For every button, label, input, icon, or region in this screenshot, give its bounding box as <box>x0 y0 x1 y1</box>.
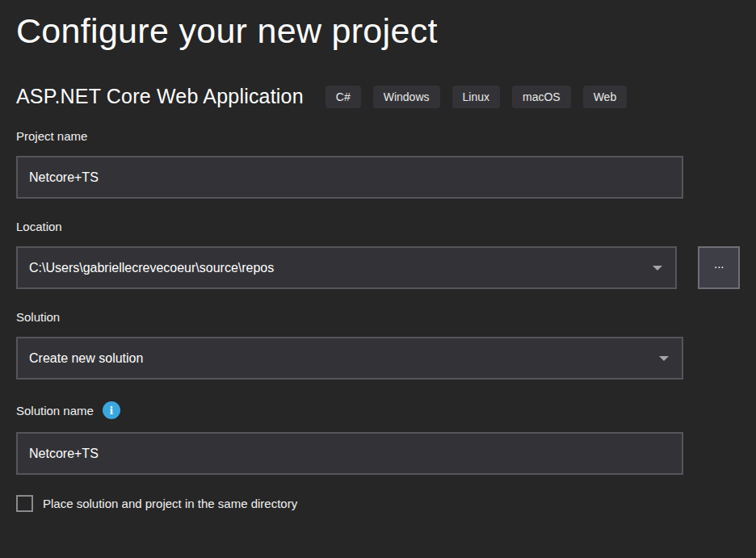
project-name-input[interactable] <box>16 156 683 199</box>
solution-label: Solution <box>16 310 740 324</box>
solution-combobox[interactable]: Create new solution <box>16 337 683 380</box>
template-name: ASP.NET Core Web Application <box>16 85 304 108</box>
tag-web: Web <box>583 86 628 108</box>
tag-csharp: C# <box>326 86 361 108</box>
solution-value: Create new solution <box>29 351 143 366</box>
location-label: Location <box>16 220 740 233</box>
page-title: Configure your new project <box>16 0 740 51</box>
configure-project-dialog: Configure your new project ASP.NET Core … <box>0 0 756 512</box>
template-tags: C# Windows Linux macOS Web <box>326 86 627 108</box>
solution-name-label: Solution name <box>16 404 94 417</box>
tag-linux: Linux <box>452 86 500 108</box>
same-directory-checkbox[interactable] <box>16 495 33 512</box>
location-combobox[interactable]: C:\Users\gabriellecrevecoeur\source\repo… <box>16 246 677 289</box>
tag-windows: Windows <box>373 86 440 108</box>
template-header: ASP.NET Core Web Application C# Windows … <box>16 85 740 108</box>
same-directory-label: Place solution and project in the same d… <box>43 497 297 510</box>
same-directory-row: Place solution and project in the same d… <box>16 495 740 512</box>
chevron-down-icon <box>653 266 662 271</box>
solution-name-label-row: Solution name i <box>16 401 740 419</box>
location-row: C:\Users\gabriellecrevecoeur\source\repo… <box>16 246 740 289</box>
project-name-label: Project name <box>16 129 740 143</box>
info-icon[interactable]: i <box>103 401 120 419</box>
tag-macos: macOS <box>512 86 571 108</box>
browse-button[interactable]: ... <box>698 246 740 289</box>
chevron-down-icon <box>659 356 669 361</box>
solution-name-input[interactable] <box>16 432 683 475</box>
location-value: C:\Users\gabriellecrevecoeur\source\repo… <box>29 261 274 275</box>
